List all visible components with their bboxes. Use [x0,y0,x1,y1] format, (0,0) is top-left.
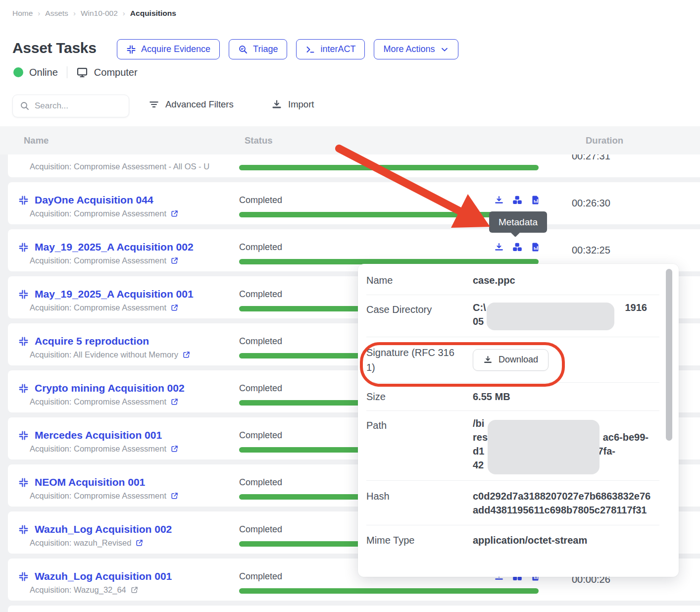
task-row[interactable]: DayOne Acquisition 044Acquisition: Compr… [8,182,700,224]
interact-button[interactable]: interACT [296,39,365,59]
value-fragment: d1 [473,446,484,457]
task-row[interactable]: Acquisition: Compromise Assessment - All… [8,154,700,177]
task-status-label: Completed [239,571,282,582]
advanced-filters-label: Advanced Filters [165,99,234,110]
monitor-icon [76,66,88,78]
metadata-row-case-directory: Case DirectoryC:\1916053 [366,295,659,337]
acquisition-task-icon [18,289,29,300]
acquisition-task-icon [18,430,29,441]
task-title-line: DayOne Acquisition 044 [18,194,153,206]
value-fragment: res [473,432,488,443]
metadata-popover: Namecase.ppcCase DirectoryC:\1916053Sign… [358,264,679,577]
metadata-redacted-value: C:\1916053 [473,302,651,330]
external-link-icon[interactable] [170,304,179,312]
task-title-link[interactable]: Acquire 5 reproduction [35,335,149,347]
action-buttons: Acquire EvidenceTriageinterACTMore Actio… [117,39,458,59]
value-fragment: C:\ [473,302,486,313]
task-status-label: Completed [239,336,282,347]
device-type-label: Computer [94,67,138,78]
task-title-line: Acquire 5 reproduction [18,335,149,347]
acquisition-task-icon [18,524,29,535]
triage-icon [238,45,248,54]
import-button[interactable]: Import [271,99,314,110]
value-fragment: ac6-be99- [603,432,649,443]
task-subtitle: Acquisition: Compromise Assessment [30,209,179,218]
advanced-filters-button[interactable]: Advanced Filters [149,99,234,110]
metadata-value: case.ppc [473,273,651,287]
external-link-icon[interactable] [170,445,179,453]
task-row[interactable] [8,606,700,612]
progress-bar [239,165,539,170]
task-status-label: Completed [239,430,282,441]
task-subtitle-text: Acquisition: wazuh_Revised [30,538,131,548]
download-evidence-icon[interactable] [494,195,504,205]
metadata-label: Case Directory [366,302,473,317]
popover-scrollbar[interactable] [666,269,672,441]
metadata-row-hash: Hashc0d292d7a3188207027e7b6863832e76add4… [366,481,659,525]
external-link-icon[interactable] [170,256,179,265]
external-link-icon[interactable] [170,398,179,406]
online-status-label: Online [29,67,58,78]
external-link-icon[interactable] [182,351,191,359]
acquisition-task-icon [18,195,29,205]
breadcrumb-item[interactable]: Assets [45,9,68,18]
triage-button[interactable]: Triage [229,39,287,59]
download-evidence-icon[interactable] [494,242,504,252]
metadata-icon[interactable] [512,195,522,205]
breadcrumb-chevron-icon: › [38,9,40,17]
external-link-icon[interactable] [130,586,139,594]
progress-bar [239,588,539,594]
compress-icon [126,45,136,54]
acquisition-task-icon [18,336,29,347]
metadata-label: Hash [366,489,473,504]
report-icon[interactable] [531,242,541,252]
breadcrumb-chevron-icon: › [73,9,76,17]
filter-icon [149,99,159,110]
metadata-icon[interactable] [512,242,522,252]
task-title-link[interactable]: Wazuh_Log Acquisition 001 [35,570,172,582]
task-title-link[interactable]: DayOne Acquisition 044 [35,194,153,206]
task-subtitle: Acquisition: Compromise Assessment [30,256,179,265]
metadata-label: Signature (RFC 3161) [366,345,473,375]
breadcrumb: Home›Assets›Win10-002›Acquisitions [12,9,176,18]
task-subtitle: Acquisition: Wazug_32_64 [30,585,139,595]
task-title-link[interactable]: Crypto mining Acquisition 002 [35,382,185,394]
signature-download-button[interactable]: Download [473,349,549,371]
report-icon[interactable] [531,195,541,205]
task-title-link[interactable]: Wazuh_Log Acquisition 002 [35,523,172,535]
metadata-tooltip: Metadata [489,211,547,233]
metadata-value: c0d292d7a3188207027e7b6863832e76add43811… [473,489,651,517]
external-link-icon[interactable] [170,209,179,218]
breadcrumb-item[interactable]: Win10-002 [81,9,118,18]
metadata-row-signature-rfc-3161-: Signature (RFC 3161)Download [366,337,659,383]
task-title-link[interactable]: May_19_2025_A Acquisition 002 [35,241,194,253]
breadcrumb-item[interactable]: Home [12,9,33,18]
task-subtitle: Acquisition: wazuh_Revised [30,538,144,548]
asset-status-row: Online Computer [13,66,138,78]
task-subtitle-text: Acquisition: Compromise Assessment - All… [30,162,209,171]
task-title-link[interactable]: NEOM Acquisition 001 [35,476,145,488]
task-subtitle-text: Acquisition: Compromise Assessment [30,209,166,218]
value-fragment: 42 [473,459,484,471]
divider [67,66,67,78]
external-link-icon[interactable] [170,492,179,500]
search-input[interactable] [35,101,114,111]
online-status-dot [13,67,23,77]
search-box[interactable] [12,95,129,117]
task-subtitle: Acquisition: Compromise Assessment - All… [30,162,209,171]
more-actions-button[interactable]: More Actions [374,39,458,59]
metadata-row-name: Namecase.ppc [366,265,659,295]
metadata-row-path: Path/biresac6-be99-d1-77fa-42se [366,411,659,481]
metadata-row-size: Size6.55 MB [366,383,659,411]
metadata-tooltip-label: Metadata [499,217,538,228]
task-status-label: Completed [239,477,282,488]
metadata-label: Name [366,273,473,288]
task-subtitle-text: Acquisition: Compromise Assessment [30,397,166,407]
acquisition-task-icon [18,571,29,582]
acquire-evidence-button[interactable]: Acquire Evidence [117,39,220,59]
acquisition-task-icon [18,383,29,394]
redaction-blob [487,303,614,330]
external-link-icon[interactable] [135,539,144,547]
task-title-link[interactable]: Mercedes Acquisition 001 [35,429,162,441]
task-title-link[interactable]: May_19_2025_A Acquisition 001 [35,288,194,300]
